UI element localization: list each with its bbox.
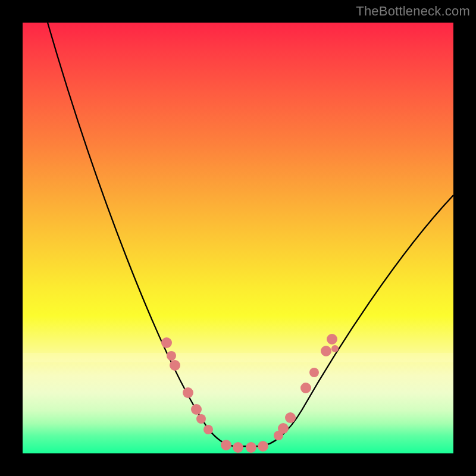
data-dot bbox=[285, 412, 296, 423]
data-dot bbox=[258, 441, 268, 452]
data-dot bbox=[203, 425, 213, 434]
data-dot bbox=[309, 368, 319, 377]
data-dot bbox=[170, 360, 180, 371]
plot-area bbox=[23, 23, 453, 453]
data-dot bbox=[196, 414, 206, 424]
data-dot bbox=[191, 404, 202, 415]
chart-frame: TheBottleneck.com bbox=[0, 0, 476, 476]
data-dot bbox=[167, 351, 176, 361]
data-dot bbox=[300, 383, 311, 393]
curve-left-branch bbox=[48, 23, 234, 446]
curve-right-branch bbox=[261, 195, 453, 446]
watermark-text: TheBottleneck.com bbox=[356, 4, 470, 19]
chart-svg bbox=[23, 23, 453, 453]
data-dot bbox=[278, 423, 289, 434]
data-dot bbox=[233, 442, 243, 453]
curve-group bbox=[48, 23, 453, 446]
data-dot bbox=[331, 345, 339, 352]
data-dot bbox=[246, 442, 256, 453]
data-dot bbox=[183, 387, 193, 398]
data-dot bbox=[161, 337, 172, 348]
data-dot bbox=[221, 440, 231, 450]
data-dot bbox=[327, 334, 337, 345]
data-dot bbox=[321, 346, 331, 356]
